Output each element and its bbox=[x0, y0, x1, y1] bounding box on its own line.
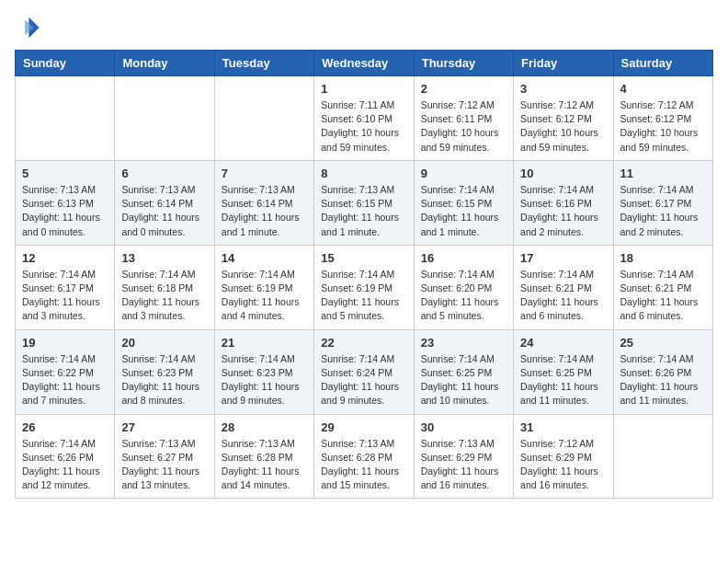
day-number: 8 bbox=[321, 167, 406, 180]
calendar-cell: 9Sunrise: 7:14 AM Sunset: 6:15 PM Daylig… bbox=[414, 160, 513, 245]
calendar-cell: 2Sunrise: 7:12 AM Sunset: 6:11 PM Daylig… bbox=[414, 76, 513, 161]
day-info: Sunrise: 7:11 AM Sunset: 6:10 PM Dayligh… bbox=[321, 98, 406, 155]
day-number: 4 bbox=[620, 82, 706, 96]
day-number: 13 bbox=[121, 251, 207, 265]
calendar-cell: 21Sunrise: 7:14 AM Sunset: 6:23 PM Dayli… bbox=[214, 329, 313, 414]
day-of-week-header: Sunday bbox=[16, 51, 115, 76]
calendar-cell: 19Sunrise: 7:14 AM Sunset: 6:22 PM Dayli… bbox=[16, 329, 115, 414]
calendar-cell: 15Sunrise: 7:14 AM Sunset: 6:19 PM Dayli… bbox=[314, 245, 414, 329]
calendar-week-row: 1Sunrise: 7:11 AM Sunset: 6:10 PM Daylig… bbox=[16, 76, 713, 161]
day-info: Sunrise: 7:14 AM Sunset: 6:15 PM Dayligh… bbox=[421, 183, 506, 239]
calendar-cell: 17Sunrise: 7:14 AM Sunset: 6:21 PM Dayli… bbox=[514, 245, 613, 329]
day-info: Sunrise: 7:14 AM Sunset: 6:18 PM Dayligh… bbox=[121, 268, 207, 324]
calendar-cell: 25Sunrise: 7:14 AM Sunset: 6:26 PM Dayli… bbox=[613, 329, 712, 414]
day-number: 23 bbox=[421, 336, 506, 350]
day-of-week-header: Thursday bbox=[414, 51, 513, 76]
day-number: 29 bbox=[321, 420, 406, 434]
calendar-cell: 24Sunrise: 7:14 AM Sunset: 6:25 PM Dayli… bbox=[514, 329, 613, 414]
calendar-header-row: SundayMondayTuesdayWednesdayThursdayFrid… bbox=[16, 51, 713, 76]
calendar-cell: 3Sunrise: 7:12 AM Sunset: 6:12 PM Daylig… bbox=[514, 76, 613, 161]
calendar-cell bbox=[16, 76, 115, 161]
calendar-cell: 31Sunrise: 7:12 AM Sunset: 6:29 PM Dayli… bbox=[514, 414, 613, 499]
day-number: 20 bbox=[121, 336, 207, 350]
day-info: Sunrise: 7:12 AM Sunset: 6:12 PM Dayligh… bbox=[620, 98, 706, 155]
calendar-week-row: 12Sunrise: 7:14 AM Sunset: 6:17 PM Dayli… bbox=[16, 245, 713, 329]
calendar-week-row: 19Sunrise: 7:14 AM Sunset: 6:22 PM Dayli… bbox=[16, 329, 713, 414]
day-info: Sunrise: 7:14 AM Sunset: 6:19 PM Dayligh… bbox=[222, 268, 307, 324]
day-number: 6 bbox=[121, 167, 207, 180]
day-number: 26 bbox=[22, 420, 108, 434]
calendar-cell: 7Sunrise: 7:13 AM Sunset: 6:14 PM Daylig… bbox=[214, 160, 313, 245]
logo-icon bbox=[15, 15, 40, 40]
day-number: 15 bbox=[321, 251, 406, 265]
day-number: 21 bbox=[222, 336, 307, 350]
day-number: 14 bbox=[222, 251, 307, 265]
calendar-cell: 8Sunrise: 7:13 AM Sunset: 6:15 PM Daylig… bbox=[314, 160, 414, 245]
day-number: 16 bbox=[421, 251, 506, 265]
logo bbox=[15, 15, 44, 40]
page-header bbox=[15, 15, 713, 40]
day-info: Sunrise: 7:12 AM Sunset: 6:29 PM Dayligh… bbox=[520, 437, 606, 493]
day-number: 28 bbox=[222, 420, 307, 434]
day-info: Sunrise: 7:14 AM Sunset: 6:20 PM Dayligh… bbox=[421, 268, 506, 324]
calendar-cell: 29Sunrise: 7:13 AM Sunset: 6:28 PM Dayli… bbox=[314, 414, 414, 499]
day-info: Sunrise: 7:14 AM Sunset: 6:23 PM Dayligh… bbox=[121, 352, 207, 408]
day-number: 31 bbox=[520, 420, 606, 434]
day-number: 11 bbox=[620, 167, 706, 180]
calendar-week-row: 26Sunrise: 7:14 AM Sunset: 6:26 PM Dayli… bbox=[16, 414, 713, 499]
day-of-week-header: Wednesday bbox=[314, 51, 414, 76]
day-info: Sunrise: 7:14 AM Sunset: 6:26 PM Dayligh… bbox=[620, 352, 706, 408]
day-info: Sunrise: 7:14 AM Sunset: 6:26 PM Dayligh… bbox=[22, 437, 108, 493]
day-number: 12 bbox=[22, 251, 108, 265]
day-info: Sunrise: 7:14 AM Sunset: 6:23 PM Dayligh… bbox=[222, 352, 307, 408]
calendar-cell: 4Sunrise: 7:12 AM Sunset: 6:12 PM Daylig… bbox=[613, 76, 712, 161]
day-of-week-header: Tuesday bbox=[214, 51, 313, 76]
calendar-cell: 28Sunrise: 7:13 AM Sunset: 6:28 PM Dayli… bbox=[214, 414, 313, 499]
day-info: Sunrise: 7:13 AM Sunset: 6:29 PM Dayligh… bbox=[421, 437, 506, 493]
calendar-cell: 1Sunrise: 7:11 AM Sunset: 6:10 PM Daylig… bbox=[314, 76, 414, 161]
calendar-cell: 20Sunrise: 7:14 AM Sunset: 6:23 PM Dayli… bbox=[115, 329, 214, 414]
day-info: Sunrise: 7:14 AM Sunset: 6:25 PM Dayligh… bbox=[421, 352, 506, 408]
day-info: Sunrise: 7:13 AM Sunset: 6:28 PM Dayligh… bbox=[321, 437, 406, 493]
calendar-cell: 6Sunrise: 7:13 AM Sunset: 6:14 PM Daylig… bbox=[115, 160, 214, 245]
day-number: 30 bbox=[421, 420, 506, 434]
calendar-cell: 18Sunrise: 7:14 AM Sunset: 6:21 PM Dayli… bbox=[613, 245, 712, 329]
calendar-cell: 23Sunrise: 7:14 AM Sunset: 6:25 PM Dayli… bbox=[414, 329, 513, 414]
calendar-cell bbox=[115, 76, 214, 161]
day-number: 17 bbox=[520, 251, 606, 265]
calendar-cell: 13Sunrise: 7:14 AM Sunset: 6:18 PM Dayli… bbox=[115, 245, 214, 329]
day-info: Sunrise: 7:13 AM Sunset: 6:14 PM Dayligh… bbox=[121, 183, 207, 239]
day-info: Sunrise: 7:13 AM Sunset: 6:13 PM Dayligh… bbox=[22, 183, 108, 239]
day-number: 19 bbox=[22, 336, 108, 350]
day-number: 1 bbox=[321, 82, 406, 96]
day-number: 7 bbox=[222, 167, 307, 180]
calendar-cell: 12Sunrise: 7:14 AM Sunset: 6:17 PM Dayli… bbox=[16, 245, 115, 329]
calendar-cell: 5Sunrise: 7:13 AM Sunset: 6:13 PM Daylig… bbox=[16, 160, 115, 245]
calendar-cell bbox=[613, 414, 712, 499]
day-info: Sunrise: 7:14 AM Sunset: 6:22 PM Dayligh… bbox=[22, 352, 108, 408]
day-info: Sunrise: 7:14 AM Sunset: 6:24 PM Dayligh… bbox=[321, 352, 406, 408]
day-number: 10 bbox=[520, 167, 606, 180]
day-number: 3 bbox=[520, 82, 606, 96]
day-info: Sunrise: 7:14 AM Sunset: 6:16 PM Dayligh… bbox=[520, 183, 606, 239]
day-number: 22 bbox=[321, 336, 406, 350]
day-info: Sunrise: 7:14 AM Sunset: 6:25 PM Dayligh… bbox=[520, 352, 606, 408]
day-number: 18 bbox=[620, 251, 706, 265]
calendar-table: SundayMondayTuesdayWednesdayThursdayFrid… bbox=[15, 50, 713, 499]
day-number: 24 bbox=[520, 336, 606, 350]
day-info: Sunrise: 7:13 AM Sunset: 6:14 PM Dayligh… bbox=[222, 183, 307, 239]
calendar-cell: 10Sunrise: 7:14 AM Sunset: 6:16 PM Dayli… bbox=[514, 160, 613, 245]
calendar-cell: 14Sunrise: 7:14 AM Sunset: 6:19 PM Dayli… bbox=[214, 245, 313, 329]
day-info: Sunrise: 7:12 AM Sunset: 6:12 PM Dayligh… bbox=[520, 98, 606, 155]
day-info: Sunrise: 7:14 AM Sunset: 6:19 PM Dayligh… bbox=[321, 268, 406, 324]
day-of-week-header: Saturday bbox=[613, 51, 712, 76]
calendar-cell: 27Sunrise: 7:13 AM Sunset: 6:27 PM Dayli… bbox=[115, 414, 214, 499]
day-info: Sunrise: 7:14 AM Sunset: 6:21 PM Dayligh… bbox=[620, 268, 706, 324]
calendar-cell: 22Sunrise: 7:14 AM Sunset: 6:24 PM Dayli… bbox=[314, 329, 414, 414]
day-info: Sunrise: 7:14 AM Sunset: 6:17 PM Dayligh… bbox=[620, 183, 706, 239]
calendar-cell: 30Sunrise: 7:13 AM Sunset: 6:29 PM Dayli… bbox=[414, 414, 513, 499]
calendar-week-row: 5Sunrise: 7:13 AM Sunset: 6:13 PM Daylig… bbox=[16, 160, 713, 245]
calendar-cell: 11Sunrise: 7:14 AM Sunset: 6:17 PM Dayli… bbox=[613, 160, 712, 245]
day-number: 25 bbox=[620, 336, 706, 350]
day-info: Sunrise: 7:13 AM Sunset: 6:28 PM Dayligh… bbox=[222, 437, 307, 493]
